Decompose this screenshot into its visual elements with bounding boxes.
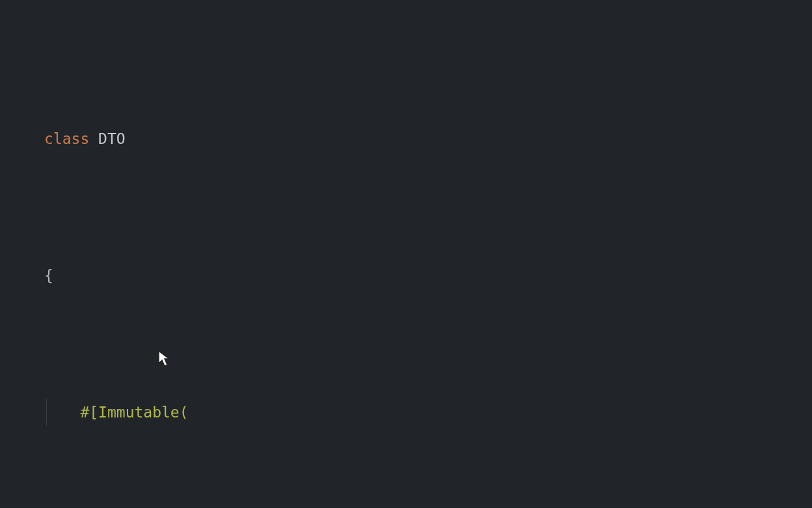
paren: ( — [180, 404, 189, 421]
code-editor[interactable]: class DTO { #[Immutable( Immutable::CONS… — [0, 0, 812, 508]
code-line[interactable]: { — [0, 262, 812, 289]
code-line[interactable]: #[Immutable( — [0, 399, 812, 426]
attribute-name: Immutable — [98, 404, 180, 421]
brace-open: { — [44, 267, 53, 284]
class-name: DTO — [98, 130, 126, 147]
mouse-cursor-icon — [124, 322, 171, 404]
indent-guide — [46, 399, 47, 426]
keyword-class: class — [44, 130, 89, 147]
code-line[interactable]: class DTO — [0, 125, 812, 152]
attribute-open: #[ — [80, 404, 98, 421]
